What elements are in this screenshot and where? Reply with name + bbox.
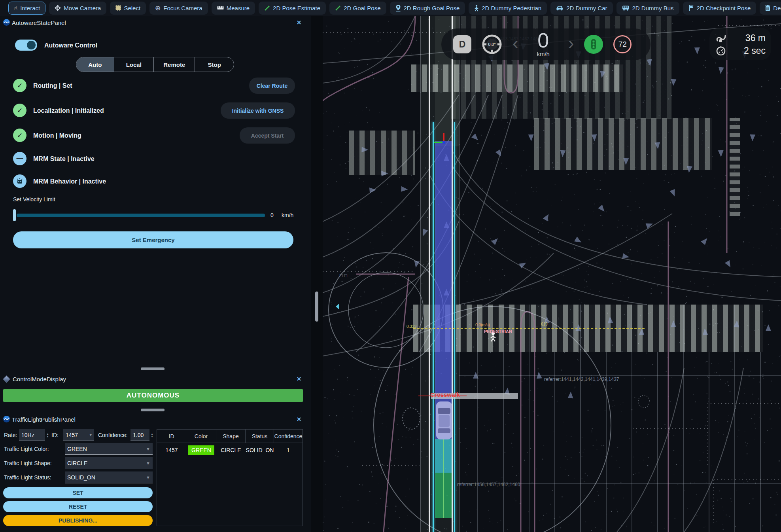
- toolbar-button-interact[interactable]: ☝Interact: [8, 2, 45, 15]
- toolbar-button-delete-all-objects[interactable]: Delete All Objects: [760, 2, 781, 15]
- toolbar-button-2d-dummy-bus[interactable]: 2D Dummy Bus: [616, 2, 679, 15]
- mode-tab-auto[interactable]: Auto: [76, 57, 114, 72]
- mode-segmented-control: Auto Local Remote Stop: [76, 57, 234, 72]
- interact-icon: ☝: [14, 5, 17, 11]
- toolbar: ☝InteractMove CameraSelect⊕Focus CameraM…: [0, 0, 781, 16]
- state-panel-close-icon[interactable]: ×: [295, 18, 303, 27]
- initialize-gnss-button[interactable]: Initialize with GNSS: [221, 102, 295, 119]
- rviz-diamond-icon: [3, 375, 10, 382]
- motion-status-label: Motion | Moving: [33, 132, 81, 139]
- traffic-shape-dropdown[interactable]: CIRCLE▼: [65, 457, 153, 469]
- clear-route-button[interactable]: Clear Route: [249, 78, 295, 94]
- localization-check-icon: ✓: [13, 104, 26, 117]
- speed-up-chevron-icon[interactable]: ›: [568, 34, 574, 52]
- steering-wheel-icon: 0.0°: [482, 34, 502, 55]
- bus-icon: [622, 5, 630, 11]
- traffic-light-indicator: [584, 35, 603, 54]
- reset-button[interactable]: RESET: [3, 501, 153, 512]
- lane-geometry: [323, 16, 781, 532]
- toolbar-button-measure[interactable]: Measure: [212, 2, 255, 15]
- localization-status-label: Localization | Initialized: [33, 107, 104, 114]
- mode-tab-local[interactable]: Local: [114, 57, 154, 72]
- id-combo[interactable]: 1457▾: [63, 429, 94, 441]
- mrm-behavior-emergency-icon: [13, 174, 26, 188]
- traffic-color-dropdown[interactable]: GREEN▼: [65, 443, 153, 455]
- toolbar-button-2d-checkpoint-pose[interactable]: 2D Checkpoint Pose: [683, 2, 756, 15]
- splitter-handle[interactable]: [315, 292, 318, 322]
- panel-splitter[interactable]: [311, 16, 323, 532]
- control-mode-close-icon[interactable]: ×: [295, 375, 303, 383]
- rate-label: Rate:: [4, 432, 17, 438]
- route-centerline: [443, 439, 444, 518]
- traffic-light-table: IDColorShapeStatusConfidence 1457 GREEN …: [157, 429, 303, 526]
- rate-spinner-arrows[interactable]: ▴▾: [45, 429, 50, 441]
- panel-drag-handle[interactable]: [141, 367, 165, 370]
- accept-start-button[interactable]: Accept Start: [240, 127, 295, 144]
- mode-tab-remote[interactable]: Remote: [154, 57, 195, 72]
- route-bound-cyan-left: [433, 122, 434, 532]
- cell-id: 1457: [157, 447, 186, 453]
- toolbar-button-label: Measure: [227, 5, 250, 11]
- checkpoint-flag-icon: [688, 5, 694, 11]
- state-panel-title: AutowareStatePanel: [12, 19, 66, 26]
- toolbar-button-label: 2D Rough Goal Pose: [404, 5, 460, 11]
- autoware-logo-icon: [3, 19, 10, 26]
- toolbar-button-2d-pose-estimate[interactable]: 2D Pose Estimate: [259, 2, 326, 15]
- routing-check-icon: ✓: [13, 79, 26, 92]
- id-label: ID:: [51, 432, 59, 438]
- set-emergency-button[interactable]: Set Emergency: [13, 231, 293, 248]
- traffic-panel-close-icon[interactable]: ×: [295, 415, 303, 424]
- toolbar-button-2d-dummy-car[interactable]: 2D Dummy Car: [550, 2, 613, 15]
- toolbar-button-2d-dummy-pedestrian[interactable]: 2D Dummy Pedestrian: [469, 2, 547, 15]
- car-icon: [556, 5, 564, 11]
- vehicle-hud: D 0.0° ‹ 0 km/h › 72: [441, 28, 651, 60]
- confidence-spinner[interactable]: 1.00: [130, 429, 149, 441]
- ego-vehicle: [435, 401, 453, 440]
- velocity-slider-handle[interactable]: [13, 209, 16, 221]
- publish-button[interactable]: PUBLISHING...: [3, 515, 153, 526]
- move-camera-icon: [55, 5, 61, 11]
- mrm-behavior-status-label: MRM Behavior | Inactive: [33, 178, 106, 185]
- rough-goal-pose-icon: [395, 4, 401, 11]
- pedestrian-icon: [474, 5, 479, 11]
- panel-collapse-arrow-icon[interactable]: [336, 303, 339, 310]
- cell-shape: CIRCLE: [216, 447, 246, 453]
- toolbar-button-select[interactable]: Select: [110, 2, 146, 15]
- velocity-slider-track[interactable]: [17, 214, 265, 217]
- toolbar-button-focus-camera[interactable]: ⊕Focus Camera: [149, 2, 208, 15]
- confidence-spinner-arrows[interactable]: ▴▾: [149, 429, 155, 441]
- cell-confidence: 1: [274, 447, 303, 453]
- cell-status: SOLID_ON: [246, 447, 274, 453]
- traffic-status-dropdown[interactable]: SOLID_ON▼: [65, 471, 153, 483]
- motion-check-icon: ✓: [13, 129, 26, 142]
- rate-spinner[interactable]: 10Hz: [19, 429, 45, 441]
- velocity-limit-label: Set Velocity Limit: [13, 196, 55, 203]
- set-button[interactable]: SET: [3, 487, 153, 498]
- referrer-low-label: referrer:1456,1457,1462,1460: [457, 482, 520, 487]
- eta-value: 2 sec: [744, 45, 766, 56]
- traffic-table-header-color: Color: [186, 430, 216, 443]
- toolbar-button-2d-rough-goal-pose[interactable]: 2D Rough Goal Pose: [390, 2, 465, 15]
- mrm-state-minus-icon: —: [13, 152, 26, 165]
- toolbar-button-2d-goal-pose[interactable]: 2D Goal Pose: [329, 2, 386, 15]
- toolbar-button-label: 2D Pose Estimate: [273, 5, 320, 11]
- traffic-table-row: 1457 GREEN CIRCLE SOLID_ON 1: [157, 443, 303, 457]
- gear-indicator: D: [453, 35, 471, 53]
- map-viewport[interactable]: Crosswalk referrer:1463,1457,1462,1462 r…: [323, 16, 781, 532]
- ped-left-number: 0.333: [407, 324, 416, 329]
- toolbar-button-move-camera[interactable]: Move Camera: [49, 2, 106, 15]
- measure-icon: [217, 6, 224, 10]
- goal-pose-icon: [335, 5, 341, 11]
- control-mode-banner: AUTONOMOUS: [3, 389, 303, 402]
- panel-drag-handle-2[interactable]: [141, 409, 165, 411]
- traffic-status-label: Traffic Light Status:: [4, 474, 51, 481]
- focus-camera-icon: ⊕: [155, 5, 161, 11]
- speed-down-chevron-icon[interactable]: ‹: [512, 34, 518, 52]
- lane-line-left: [429, 16, 430, 532]
- traffic-light-icon: [590, 39, 597, 50]
- autoware-control-label: Autoware Control: [44, 42, 97, 49]
- route-distance-icon: [716, 33, 727, 43]
- toolbar-button-label: 2D Goal Pose: [344, 5, 380, 11]
- mode-tab-stop[interactable]: Stop: [195, 57, 234, 72]
- autoware-control-toggle[interactable]: [15, 40, 37, 51]
